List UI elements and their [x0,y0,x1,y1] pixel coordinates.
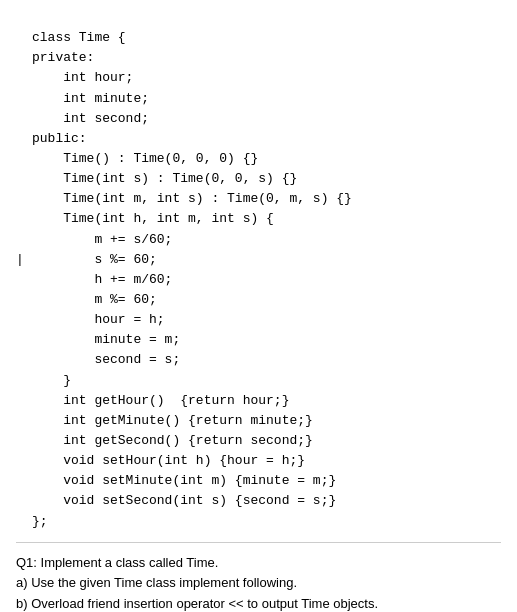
line-content: int second; [32,109,501,129]
line-content: private: [32,48,501,68]
line-content: int minute; [32,89,501,109]
code-line: h += m/60; [16,270,501,290]
line-content: Time(int m, int s) : Time(0, m, s) {} [32,189,501,209]
line-content: void setMinute(int m) {minute = m;} [32,471,501,491]
line-content: s %= 60; [32,250,501,270]
line-content: void setSecond(int s) {second = s;} [32,491,501,511]
code-line: } [16,371,501,391]
line-content: int getHour() {return hour;} [32,391,501,411]
code-line: | s %= 60; [16,250,501,270]
line-content: minute = m; [32,330,501,350]
divider [16,542,501,543]
code-line: int getMinute() {return minute;} [16,411,501,431]
question-q1: Q1: Implement a class called Time. [16,553,501,574]
code-line: hour = h; [16,310,501,330]
code-line: m %= 60; [16,290,501,310]
line-content: void setHour(int h) {hour = h;} [32,451,501,471]
code-line: public: [16,129,501,149]
question-a: a) Use the given Time class implement fo… [16,573,501,594]
line-content: hour = h; [32,310,501,330]
code-line: void setHour(int h) {hour = h;} [16,451,501,471]
code-line: Time(int h, int m, int s) { [16,209,501,229]
line-content: class Time { [32,28,501,48]
code-line: Time(int m, int s) : Time(0, m, s) {} [16,189,501,209]
question-b: b) Overload friend insertion operator <<… [16,594,501,612]
code-line: second = s; [16,350,501,370]
code-line: int hour; [16,68,501,88]
line-content: Time(int h, int m, int s) { [32,209,501,229]
line-content: h += m/60; [32,270,501,290]
code-line: int getSecond() {return second;} [16,431,501,451]
code-line: void setSecond(int s) {second = s;} [16,491,501,511]
line-content: int getMinute() {return minute;} [32,411,501,431]
line-content: Time(int s) : Time(0, 0, s) {} [32,169,501,189]
line-content: Time() : Time(0, 0, 0) {} [32,149,501,169]
code-line: private: [16,48,501,68]
code-line: m += s/60; [16,230,501,250]
line-content: m %= 60; [32,290,501,310]
questions-section: Q1: Implement a class called Time. a) Us… [16,553,501,612]
line-content: int hour; [32,68,501,88]
code-line: minute = m; [16,330,501,350]
code-line: int minute; [16,89,501,109]
line-content: public: [32,129,501,149]
line-content: } [32,371,501,391]
code-line: Time(int s) : Time(0, 0, s) {} [16,169,501,189]
code-block: class Time {private: int hour; int minut… [16,8,501,532]
code-line: int getHour() {return hour;} [16,391,501,411]
code-line: Time() : Time(0, 0, 0) {} [16,149,501,169]
line-marker: | [16,250,32,270]
line-content: second = s; [32,350,501,370]
code-line: }; [16,512,501,532]
code-line: class Time { [16,28,501,48]
line-content: int getSecond() {return second;} [32,431,501,451]
code-line: int second; [16,109,501,129]
line-content: m += s/60; [32,230,501,250]
code-line: void setMinute(int m) {minute = m;} [16,471,501,491]
line-content: }; [32,512,501,532]
